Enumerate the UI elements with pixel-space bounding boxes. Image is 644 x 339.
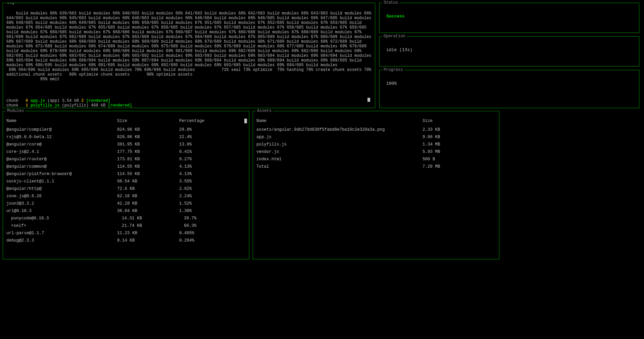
- module-pct: 0.294%: [179, 237, 246, 244]
- log-build-text: build modules 66% 639/683 build modules …: [6, 11, 374, 82]
- module-name: @angular/core@: [6, 141, 117, 148]
- table-row[interactable]: core-js@2.4.1177.75 KB6.41%: [6, 148, 246, 156]
- module-name: zone.js@0.6.26: [6, 193, 117, 200]
- module-size: 824.96 KB: [117, 126, 179, 133]
- module-size: 8.14 KB: [117, 237, 179, 244]
- table-row[interactable]: url@0.10.336.04 KB1.30%: [6, 207, 246, 215]
- module-name: @angular/router@: [6, 156, 117, 163]
- asset-name: polyfills.js: [256, 141, 423, 148]
- module-pct: 13.8%: [179, 141, 246, 148]
- assets-title: Assets: [256, 109, 273, 113]
- table-row[interactable]: @angular/http@72.6 KB2.62%: [6, 185, 246, 193]
- table-row[interactable]: @angular/common@114.55 KB4.13%: [6, 163, 246, 170]
- table-row[interactable]: @angular/router@173.81 KB6.27%: [6, 156, 246, 163]
- module-pct: 2.24%: [179, 193, 246, 200]
- table-row[interactable]: vendor.js5.93 MB: [256, 148, 496, 156]
- asset-size: 9.06 KB: [423, 133, 496, 141]
- table-row[interactable]: polyfills.js1.34 MB: [256, 141, 496, 148]
- module-size: 114.55 KB: [117, 163, 179, 170]
- module-pct: 4.13%: [179, 170, 246, 178]
- asset-size: 7.28 MB: [423, 163, 496, 170]
- asset-name: Total: [256, 163, 423, 170]
- table-row[interactable]: sockjs-client@1.1.198.54 KB3.55%: [6, 178, 246, 185]
- module-name: @angular/platform-browser@: [6, 170, 117, 178]
- module-name: json3@3.3.2: [6, 200, 117, 207]
- modules-header-size: Size: [117, 117, 179, 125]
- modules-table[interactable]: Name Size Percentage @angular/compiler@8…: [6, 117, 246, 244]
- status-title: Status: [382, 0, 399, 5]
- modules-panel: Modules Name Size Percentage @angular/co…: [3, 111, 249, 259]
- status-value: Success: [386, 14, 636, 19]
- assets-header-name: Name: [256, 117, 423, 125]
- module-name: url@0.10.3: [6, 207, 117, 215]
- log-chunk-line: chunk 2 vendor.js (vendor) 2.37 MB 1 [re…: [6, 108, 371, 108]
- module-pct: 4.13%: [179, 163, 246, 170]
- module-size: 381.95 KB: [117, 141, 179, 148]
- module-size: 620.86 KB: [117, 133, 179, 141]
- table-row[interactable]: json3@3.3.242.28 KB1.52%: [6, 200, 246, 207]
- log-title: Log: [6, 3, 16, 5]
- assets-table[interactable]: Name Size assets/angular.9db278d630f5fab…: [256, 117, 496, 170]
- module-name: rxjs@5.0.0-beta.12: [6, 133, 117, 141]
- assets-panel: Assets Name Size assets/angular.9db278d6…: [253, 111, 499, 259]
- table-row[interactable]: debug@2.3.38.14 KB0.294%: [6, 237, 246, 244]
- modules-scroll-thumb[interactable]: [244, 119, 247, 123]
- operation-value: idle (13s): [386, 47, 636, 52]
- module-pct: 2.62%: [179, 185, 246, 193]
- module-pct: 1.30%: [179, 207, 246, 215]
- module-pct: 60.3%: [179, 222, 246, 229]
- status-panel: Status Success: [379, 3, 639, 33]
- table-row[interactable]: app.js9.06 KB: [256, 133, 496, 141]
- asset-name: vendor.js: [256, 148, 423, 156]
- module-pct: 6.41%: [179, 148, 246, 156]
- table-row[interactable]: url-parse@1.1.711.23 KB0.405%: [6, 229, 246, 237]
- asset-name: assets/angular.9db278d630f5fabd8e7ba16c2…: [256, 126, 423, 133]
- module-name: core-js@2.4.1: [6, 148, 117, 156]
- modules-title: Modules: [6, 109, 25, 113]
- log-chunk-line: chunk 1 polyfills.js (polyfills) 468 kB …: [6, 103, 371, 108]
- module-size: 42.28 KB: [117, 200, 179, 207]
- progress-panel: Progress 100%: [379, 70, 639, 108]
- table-row[interactable]: @angular/platform-browser@114.55 KB4.13%: [6, 170, 246, 178]
- assets-header-row: Name Size: [256, 117, 496, 125]
- table-row[interactable]: zone.js@0.6.2662.16 KB2.24%: [6, 193, 246, 200]
- module-size: 72.6 KB: [117, 185, 179, 193]
- module-size: 21.74 KB: [117, 222, 179, 229]
- table-row[interactable]: Total7.28 MB: [256, 163, 496, 170]
- module-size: 14.31 KB: [117, 215, 179, 222]
- progress-title: Progress: [382, 68, 404, 72]
- operation-panel: Operation idle (13s): [379, 36, 639, 67]
- module-pct: 39.7%: [179, 215, 246, 222]
- table-row[interactable]: @angular/core@381.95 KB13.8%: [6, 141, 246, 148]
- log-cursor: [367, 98, 370, 102]
- module-name: <self>: [6, 222, 117, 229]
- table-row[interactable]: rxjs@5.0.0-beta.12620.86 KB22.4%: [6, 133, 246, 141]
- module-pct: 3.55%: [179, 178, 246, 185]
- module-size: 11.23 KB: [117, 229, 179, 237]
- operation-title: Operation: [382, 34, 407, 39]
- module-size: 177.75 KB: [117, 148, 179, 156]
- log-content[interactable]: build modules 66% 639/683 build modules …: [6, 6, 371, 108]
- modules-header-row: Name Size Percentage: [6, 117, 246, 125]
- module-name: @angular/common@: [6, 163, 117, 170]
- assets-header-size: Size: [423, 117, 496, 125]
- module-size: 98.54 KB: [117, 178, 179, 185]
- module-name: @angular/http@: [6, 185, 117, 193]
- module-pct: 6.27%: [179, 156, 246, 163]
- table-row[interactable]: index.html500 B: [256, 156, 496, 163]
- table-row[interactable]: assets/angular.9db278d630f5fabd8e7ba16c2…: [256, 126, 496, 133]
- table-row[interactable]: @angular/compiler@824.96 KB29.8%: [6, 126, 246, 133]
- modules-header-name: Name: [6, 117, 117, 125]
- asset-size: 500 B: [423, 156, 496, 163]
- asset-name: app.js: [256, 133, 423, 141]
- module-size: 36.04 KB: [117, 207, 179, 215]
- asset-size: 2.33 KB: [423, 126, 496, 133]
- log-chunk-line: chunk 0 app.js (app) 3.54 kB 2 [rendered…: [6, 98, 371, 103]
- progress-value: 100%: [386, 81, 636, 86]
- table-row[interactable]: punycode@0.10.314.31 KB39.7%: [6, 215, 246, 222]
- module-size: 114.55 KB: [117, 170, 179, 178]
- asset-size: 1.34 MB: [423, 141, 496, 148]
- table-row[interactable]: <self>21.74 KB60.3%: [6, 222, 246, 229]
- module-name: punycode@0.10.3: [6, 215, 117, 222]
- modules-header-pct: Percentage: [179, 117, 246, 125]
